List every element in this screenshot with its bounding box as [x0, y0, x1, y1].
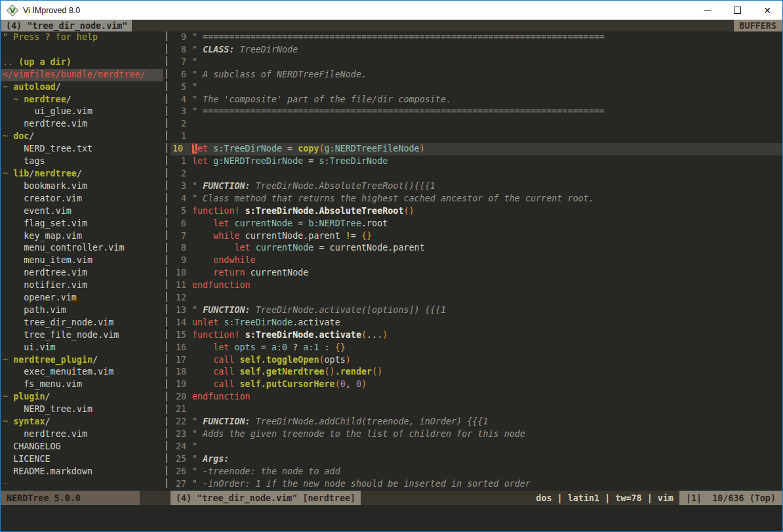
code-line[interactable]: 3" =====================================…: [171, 106, 782, 118]
tree-row[interactable]: ui_glue.vim: [1, 106, 163, 118]
tree-row[interactable]: [1, 44, 163, 56]
tree-row[interactable]: fs_menu.vim: [1, 379, 163, 391]
code-line[interactable]: 5function! s:TreeDirNode.AbsoluteTreeRoo…: [171, 205, 782, 218]
code-line[interactable]: 26" -treenode: the node to add: [171, 466, 782, 478]
tree-row[interactable]: LICENCE: [1, 453, 163, 466]
tree-row[interactable]: menu_item.vim: [1, 255, 163, 267]
code-line[interactable]: 4" Class method that returns the highest…: [171, 193, 782, 205]
code-line[interactable]: 6 let currentNode = b:NERDTree.root: [171, 218, 782, 230]
tree-row[interactable]: flag_set.vim: [1, 218, 163, 230]
tree-text: ~: [13, 94, 24, 104]
tree-text: ~: [3, 82, 13, 92]
tree-row[interactable]: tags: [1, 155, 163, 168]
tree-text: bookmark.vim: [24, 181, 87, 191]
code-token: opts: [325, 355, 346, 365]
code-line[interactable]: 7": [171, 56, 782, 69]
code-line[interactable]: 19 call self.putCursorHere(0, 0): [171, 379, 782, 391]
code-line[interactable]: 1let g:NERDTreeDirNode = s:TreeDirNode: [171, 155, 782, 168]
tree-row[interactable]: " Press ? for help: [1, 31, 163, 44]
line-number: 2: [171, 168, 192, 180]
code-line[interactable]: 8 let currentNode = currentNode.parent: [171, 242, 782, 255]
buffers-label[interactable]: BUFFERS: [734, 20, 782, 31]
tree-row[interactable]: opener.vim: [1, 292, 163, 304]
code-line[interactable]: 21: [171, 403, 782, 416]
code-line[interactable]: 3" FUNCTION: TreeDirNode.AbsoluteTreeRoo…: [171, 180, 782, 193]
tree-row[interactable]: </vimfiles/bundle/nerdtree/: [1, 69, 163, 81]
code-line[interactable]: 8" CLASS: TreeDirNode: [171, 44, 782, 56]
tree-text: nerdtree.vim: [24, 429, 87, 439]
maximize-button[interactable]: [722, 1, 752, 20]
code-pane[interactable]: 9" =====================================…: [171, 31, 782, 491]
tree-row[interactable]: nerdtree.vim: [1, 267, 163, 279]
tree-row[interactable]: notifier.vim: [1, 279, 163, 292]
code-line[interactable]: 1: [171, 131, 782, 143]
tree-row[interactable]: nerdtree.vim: [1, 118, 163, 131]
code-line[interactable]: 12: [171, 292, 782, 304]
tree-row[interactable]: ui.vim: [1, 342, 163, 354]
close-button[interactable]: ✕: [752, 1, 782, 20]
tree-row[interactable]: ~ plugin/: [1, 391, 163, 403]
tree-row[interactable]: CHANGELOG: [1, 441, 163, 453]
code-line[interactable]: 18 call self.getNerdtree().render(): [171, 366, 782, 379]
code-token: TreeDirNode.AbsoluteTreeRoot(){{{1: [251, 181, 435, 191]
code-line-current[interactable]: 10let s:TreeDirNode = copy(g:NERDTreeFil…: [171, 143, 782, 155]
code-token: unlet: [192, 317, 218, 327]
code-line[interactable]: 10 return currentNode: [171, 267, 782, 279]
tree-row[interactable]: exec_menuitem.vim: [1, 366, 163, 379]
code-line[interactable]: 24": [171, 441, 782, 453]
tree-row[interactable]: ~ nerdtree/: [1, 94, 163, 106]
tree-row[interactable]: bookmark.vim: [1, 180, 163, 193]
tree-row[interactable]: path.vim: [1, 304, 163, 317]
code-line[interactable]: 5": [171, 81, 782, 94]
tree-row[interactable]: menu_controller.vim: [1, 242, 163, 255]
tree-row[interactable]: nerdtree.vim: [1, 428, 163, 441]
tree-text: /: [56, 82, 61, 92]
code-line[interactable]: 22" FUNCTION: TreeDirNode.addChild(treen…: [171, 416, 782, 428]
code-line[interactable]: 15function! s:TreeDirNode.activate(...): [171, 329, 782, 342]
tree-row[interactable]: tree_dir_node.vim: [1, 317, 163, 329]
tree-row[interactable]: NERD_tree.txt: [1, 143, 163, 155]
line-content: " FUNCTION: TreeDirNode.activate([option…: [192, 304, 782, 317]
tree-row[interactable]: ~ lib/nerdtree/: [1, 168, 163, 180]
code-line[interactable]: 2: [171, 168, 782, 180]
code-line[interactable]: 23" Adds the given treenode to the list …: [171, 428, 782, 441]
tree-row[interactable]: event.vim: [1, 205, 163, 218]
code-line[interactable]: 11endfunction: [171, 279, 782, 292]
tree-row[interactable]: ~ autoload/: [1, 81, 163, 94]
code-token: endfunction: [192, 392, 251, 401]
tree-row[interactable]: ~: [1, 478, 163, 491]
tree-row[interactable]: tree_file_node.vim: [1, 329, 163, 342]
code-line[interactable]: 14unlet s:TreeDirNode.activate: [171, 317, 782, 329]
tree-row[interactable]: key_map.vim: [1, 230, 163, 243]
window-separator[interactable]: [163, 31, 171, 491]
tree-row[interactable]: creator.vim: [1, 193, 163, 205]
nerdtree-pane[interactable]: " Press ? for help.. (up a dir)</vimfile…: [1, 31, 163, 491]
tab-active[interactable]: (4) "tree_dir_node.vim": [1, 20, 132, 31]
tree-text: nerdtree_plugin: [13, 355, 92, 365]
code-token: function!: [192, 330, 240, 340]
code-line[interactable]: 13" FUNCTION: TreeDirNode.activate([opti…: [171, 304, 782, 317]
command-line[interactable]: [1, 505, 782, 531]
code-line[interactable]: 20endfunction: [171, 391, 782, 403]
code-line[interactable]: 9 endwhile: [171, 255, 782, 267]
tree-row[interactable]: ~ syntax/: [1, 416, 163, 428]
tree-row[interactable]: README.markdown: [1, 466, 163, 478]
code-line[interactable]: 25" Args:: [171, 453, 782, 466]
code-token: (: [319, 355, 325, 365]
minimize-button[interactable]: [692, 1, 722, 20]
tree-row[interactable]: NERD_tree.vim: [1, 403, 163, 416]
code-line[interactable]: 17 call self.toggleOpen(opts): [171, 354, 782, 367]
tree-row[interactable]: ~ doc/: [1, 131, 163, 143]
line-number: 13: [171, 304, 192, 317]
tree-text: ~: [3, 355, 13, 365]
line-content: [192, 403, 782, 416]
code-line[interactable]: 4" The 'composite' part of the file/dir …: [171, 94, 782, 106]
code-line[interactable]: 27" -inOrder: 1 if the new node should b…: [171, 478, 782, 491]
code-line[interactable]: 2: [171, 118, 782, 131]
code-line[interactable]: 6" A subclass of NERDTreeFileNode.: [171, 69, 782, 81]
code-line[interactable]: 16 let opts = a:0 ? a:1 : {}: [171, 342, 782, 354]
tree-row[interactable]: .. (up a dir): [1, 56, 163, 69]
code-line[interactable]: 7 while currentNode.parent != {}: [171, 230, 782, 243]
code-line[interactable]: 9" =====================================…: [171, 31, 782, 44]
tree-row[interactable]: ~ nerdtree_plugin/: [1, 354, 163, 367]
